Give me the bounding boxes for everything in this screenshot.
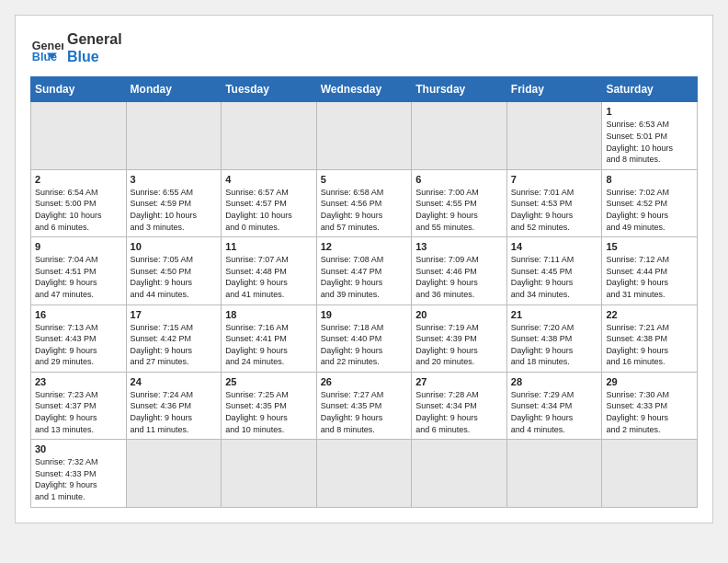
- weekday-header-row: SundayMondayTuesdayWednesdayThursdayFrid…: [31, 77, 698, 102]
- day-number: 17: [131, 309, 218, 320]
- calendar-cell: 29Sunrise: 7:30 AM Sunset: 4:33 PM Dayli…: [602, 372, 698, 439]
- day-info: Sunrise: 7:01 AM Sunset: 4:53 PM Dayligh…: [511, 187, 598, 233]
- calendar-cell: 14Sunrise: 7:11 AM Sunset: 4:45 PM Dayli…: [506, 237, 602, 304]
- day-info: Sunrise: 7:07 AM Sunset: 4:48 PM Dayligh…: [225, 254, 313, 300]
- day-number: 29: [606, 376, 693, 387]
- day-number: 18: [225, 309, 313, 320]
- calendar-cell: 9Sunrise: 7:04 AM Sunset: 4:51 PM Daylig…: [31, 237, 127, 304]
- day-number: 7: [511, 174, 598, 185]
- day-number: 12: [321, 241, 408, 252]
- day-info: Sunrise: 7:21 AM Sunset: 4:38 PM Dayligh…: [606, 322, 693, 368]
- calendar-cell: 18Sunrise: 7:16 AM Sunset: 4:41 PM Dayli…: [222, 304, 317, 372]
- calendar-cell: 23Sunrise: 7:23 AM Sunset: 4:37 PM Dayli…: [31, 372, 127, 439]
- calendar-cell: 3Sunrise: 6:55 AM Sunset: 4:59 PM Daylig…: [126, 169, 222, 236]
- calendar-cell: [31, 102, 127, 169]
- calendar-cell: [316, 102, 412, 169]
- day-number: 1: [606, 106, 693, 117]
- calendar-cell: [412, 440, 507, 507]
- day-info: Sunrise: 7:15 AM Sunset: 4:42 PM Dayligh…: [131, 322, 218, 368]
- day-info: Sunrise: 7:30 AM Sunset: 4:33 PM Dayligh…: [606, 389, 693, 435]
- day-info: Sunrise: 6:55 AM Sunset: 4:59 PM Dayligh…: [131, 187, 218, 233]
- day-info: Sunrise: 7:23 AM Sunset: 4:37 PM Dayligh…: [35, 389, 122, 435]
- calendar-cell: 16Sunrise: 7:13 AM Sunset: 4:43 PM Dayli…: [31, 304, 127, 372]
- day-number: 4: [225, 174, 313, 185]
- day-number: 25: [225, 376, 313, 387]
- calendar-cell: [316, 440, 412, 507]
- weekday-header-thursday: Thursday: [412, 77, 507, 102]
- logo-blue: Blue: [67, 48, 122, 65]
- calendar-body: 1Sunrise: 6:53 AM Sunset: 5:01 PM Daylig…: [31, 102, 698, 507]
- calendar-week-6: 30Sunrise: 7:32 AM Sunset: 4:33 PM Dayli…: [31, 440, 698, 507]
- calendar-cell: 10Sunrise: 7:05 AM Sunset: 4:50 PM Dayli…: [126, 237, 222, 304]
- day-number: 23: [35, 376, 122, 387]
- weekday-header-monday: Monday: [126, 77, 222, 102]
- day-number: 28: [511, 376, 598, 387]
- calendar-cell: 4Sunrise: 6:57 AM Sunset: 4:57 PM Daylig…: [222, 169, 317, 236]
- day-info: Sunrise: 7:11 AM Sunset: 4:45 PM Dayligh…: [511, 254, 598, 300]
- calendar-cell: [222, 102, 317, 169]
- day-number: 5: [321, 174, 408, 185]
- calendar-cell: 28Sunrise: 7:29 AM Sunset: 4:34 PM Dayli…: [506, 372, 602, 439]
- calendar-cell: 15Sunrise: 7:12 AM Sunset: 4:44 PM Dayli…: [602, 237, 698, 304]
- day-number: 19: [321, 309, 408, 320]
- weekday-header-wednesday: Wednesday: [316, 77, 412, 102]
- calendar-week-3: 9Sunrise: 7:04 AM Sunset: 4:51 PM Daylig…: [31, 237, 698, 304]
- calendar-cell: 17Sunrise: 7:15 AM Sunset: 4:42 PM Dayli…: [126, 304, 222, 372]
- calendar-cell: 13Sunrise: 7:09 AM Sunset: 4:46 PM Dayli…: [412, 237, 507, 304]
- day-info: Sunrise: 7:16 AM Sunset: 4:41 PM Dayligh…: [225, 322, 313, 368]
- weekday-header-sunday: Sunday: [31, 77, 127, 102]
- calendar-week-2: 2Sunrise: 6:54 AM Sunset: 5:00 PM Daylig…: [31, 169, 698, 236]
- calendar-cell: 20Sunrise: 7:19 AM Sunset: 4:39 PM Dayli…: [412, 304, 507, 372]
- calendar-page: General Blue General Blue SundayMondayTu…: [15, 15, 713, 523]
- calendar-cell: [506, 440, 602, 507]
- day-info: Sunrise: 7:04 AM Sunset: 4:51 PM Dayligh…: [35, 254, 122, 300]
- day-info: Sunrise: 7:24 AM Sunset: 4:36 PM Dayligh…: [131, 389, 218, 435]
- calendar-cell: 1Sunrise: 6:53 AM Sunset: 5:01 PM Daylig…: [602, 102, 698, 169]
- day-number: 8: [606, 174, 693, 185]
- day-info: Sunrise: 7:05 AM Sunset: 4:50 PM Dayligh…: [131, 254, 218, 300]
- calendar-cell: [412, 102, 507, 169]
- day-number: 22: [606, 309, 693, 320]
- calendar-cell: [126, 102, 222, 169]
- calendar-cell: 19Sunrise: 7:18 AM Sunset: 4:40 PM Dayli…: [316, 304, 412, 372]
- day-info: Sunrise: 6:54 AM Sunset: 5:00 PM Dayligh…: [35, 187, 122, 233]
- calendar-cell: 26Sunrise: 7:27 AM Sunset: 4:35 PM Dayli…: [316, 372, 412, 439]
- calendar-cell: 5Sunrise: 6:58 AM Sunset: 4:56 PM Daylig…: [316, 169, 412, 236]
- day-number: 3: [131, 174, 218, 185]
- calendar-cell: [126, 440, 222, 507]
- logo-icon: General Blue: [30, 31, 63, 64]
- day-info: Sunrise: 7:13 AM Sunset: 4:43 PM Dayligh…: [35, 322, 122, 368]
- logo: General Blue General Blue: [30, 30, 122, 65]
- calendar-cell: 27Sunrise: 7:28 AM Sunset: 4:34 PM Dayli…: [412, 372, 507, 439]
- calendar-cell: [602, 440, 698, 507]
- day-info: Sunrise: 7:09 AM Sunset: 4:46 PM Dayligh…: [415, 254, 503, 300]
- calendar-cell: 12Sunrise: 7:08 AM Sunset: 4:47 PM Dayli…: [316, 237, 412, 304]
- calendar-header: SundayMondayTuesdayWednesdayThursdayFrid…: [31, 77, 698, 102]
- day-number: 13: [415, 241, 503, 252]
- day-number: 9: [35, 241, 122, 252]
- day-number: 16: [35, 309, 122, 320]
- weekday-header-tuesday: Tuesday: [222, 77, 317, 102]
- day-info: Sunrise: 7:19 AM Sunset: 4:39 PM Dayligh…: [415, 322, 503, 368]
- day-info: Sunrise: 7:28 AM Sunset: 4:34 PM Dayligh…: [415, 389, 503, 435]
- day-info: Sunrise: 7:00 AM Sunset: 4:55 PM Dayligh…: [415, 187, 503, 233]
- day-number: 27: [415, 376, 503, 387]
- day-info: Sunrise: 6:53 AM Sunset: 5:01 PM Dayligh…: [606, 119, 693, 165]
- calendar-cell: 8Sunrise: 7:02 AM Sunset: 4:52 PM Daylig…: [602, 169, 698, 236]
- day-info: Sunrise: 7:18 AM Sunset: 4:40 PM Dayligh…: [321, 322, 408, 368]
- day-number: 10: [131, 241, 218, 252]
- day-number: 15: [606, 241, 693, 252]
- weekday-header-saturday: Saturday: [602, 77, 698, 102]
- calendar-cell: 25Sunrise: 7:25 AM Sunset: 4:35 PM Dayli…: [222, 372, 317, 439]
- day-number: 20: [415, 309, 503, 320]
- day-number: 6: [415, 174, 503, 185]
- day-info: Sunrise: 6:58 AM Sunset: 4:56 PM Dayligh…: [321, 187, 408, 233]
- day-number: 14: [511, 241, 598, 252]
- day-info: Sunrise: 7:08 AM Sunset: 4:47 PM Dayligh…: [321, 254, 408, 300]
- day-info: Sunrise: 7:25 AM Sunset: 4:35 PM Dayligh…: [225, 389, 313, 435]
- day-info: Sunrise: 7:02 AM Sunset: 4:52 PM Dayligh…: [606, 187, 693, 233]
- day-number: 26: [321, 376, 408, 387]
- day-number: 24: [131, 376, 218, 387]
- logo-general: General: [67, 30, 122, 48]
- page-header: General Blue General Blue: [30, 30, 698, 65]
